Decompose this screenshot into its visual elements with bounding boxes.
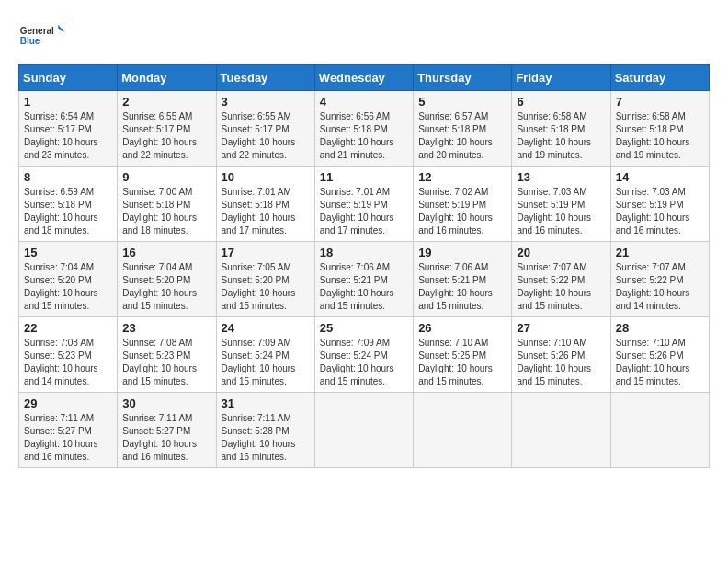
day-number: 30 — [122, 396, 210, 410]
day-info: Sunrise: 7:11 AMSunset: 5:28 PMDaylight:… — [222, 412, 310, 464]
day-cell: 25 Sunrise: 7:09 AMSunset: 5:24 PMDaylig… — [314, 317, 413, 393]
day-info: Sunrise: 6:57 AMSunset: 5:18 PMDaylight:… — [418, 110, 506, 162]
day-number: 16 — [122, 246, 210, 259]
day-info: Sunrise: 7:11 AMSunset: 5:27 PMDaylight:… — [24, 412, 112, 464]
day-info: Sunrise: 7:03 AMSunset: 5:19 PMDaylight:… — [616, 186, 704, 237]
day-cell: 9 Sunrise: 7:00 AMSunset: 5:18 PMDayligh… — [118, 167, 216, 242]
day-info: Sunrise: 7:04 AMSunset: 5:20 PMDaylight:… — [24, 261, 112, 313]
day-info: Sunrise: 6:58 AMSunset: 5:18 PMDaylight:… — [616, 110, 704, 162]
logo-svg: General Blue — [18, 18, 64, 55]
day-cell: 3 Sunrise: 6:55 AMSunset: 5:17 PMDayligh… — [216, 91, 314, 167]
day-info: Sunrise: 7:10 AMSunset: 5:26 PMDaylight:… — [517, 337, 605, 388]
day-cell: 6 Sunrise: 6:58 AMSunset: 5:18 PMDayligh… — [512, 91, 610, 167]
day-info: Sunrise: 7:05 AMSunset: 5:20 PMDaylight:… — [222, 261, 310, 313]
day-info: Sunrise: 7:10 AMSunset: 5:26 PMDaylight:… — [616, 337, 704, 388]
day-number: 5 — [418, 95, 506, 109]
calendar-table: SundayMondayTuesdayWednesdayThursdayFrid… — [18, 64, 710, 468]
day-cell: 7 Sunrise: 6:58 AMSunset: 5:18 PMDayligh… — [610, 91, 709, 167]
day-info: Sunrise: 7:03 AMSunset: 5:19 PMDaylight:… — [517, 186, 605, 237]
day-cell: 16 Sunrise: 7:04 AMSunset: 5:20 PMDaylig… — [118, 242, 216, 317]
svg-text:General: General — [20, 26, 54, 36]
day-number: 8 — [24, 170, 112, 184]
day-cell: 2 Sunrise: 6:55 AMSunset: 5:17 PMDayligh… — [118, 91, 216, 167]
day-info: Sunrise: 7:07 AMSunset: 5:22 PMDaylight:… — [616, 261, 704, 313]
day-info: Sunrise: 7:09 AMSunset: 5:24 PMDaylight:… — [222, 337, 310, 388]
day-number: 17 — [222, 246, 310, 259]
day-number: 18 — [320, 246, 408, 259]
day-cell: 10 Sunrise: 7:01 AMSunset: 5:18 PMDaylig… — [216, 167, 314, 242]
col-header-tuesday: Tuesday — [216, 65, 314, 91]
day-info: Sunrise: 7:08 AMSunset: 5:23 PMDaylight:… — [122, 337, 210, 388]
day-number: 4 — [320, 95, 408, 109]
day-cell: 1 Sunrise: 6:54 AMSunset: 5:17 PMDayligh… — [19, 91, 118, 167]
day-cell: 18 Sunrise: 7:06 AMSunset: 5:21 PMDaylig… — [314, 242, 413, 317]
day-cell — [414, 393, 512, 468]
day-info: Sunrise: 7:02 AMSunset: 5:19 PMDaylight:… — [418, 186, 506, 237]
day-number: 9 — [122, 170, 210, 184]
day-cell: 24 Sunrise: 7:09 AMSunset: 5:24 PMDaylig… — [216, 317, 314, 393]
day-number: 20 — [517, 246, 605, 259]
day-info: Sunrise: 7:11 AMSunset: 5:27 PMDaylight:… — [122, 412, 210, 464]
day-info: Sunrise: 7:07 AMSunset: 5:22 PMDaylight:… — [517, 261, 605, 313]
day-info: Sunrise: 6:58 AMSunset: 5:18 PMDaylight:… — [517, 110, 605, 162]
day-info: Sunrise: 7:10 AMSunset: 5:25 PMDaylight:… — [418, 337, 506, 388]
week-row-3: 15 Sunrise: 7:04 AMSunset: 5:20 PMDaylig… — [19, 242, 710, 317]
day-info: Sunrise: 7:06 AMSunset: 5:21 PMDaylight:… — [320, 261, 408, 313]
day-number: 23 — [122, 321, 210, 335]
day-info: Sunrise: 6:55 AMSunset: 5:17 PMDaylight:… — [122, 110, 210, 162]
week-row-4: 22 Sunrise: 7:08 AMSunset: 5:23 PMDaylig… — [19, 317, 710, 393]
day-info: Sunrise: 7:09 AMSunset: 5:24 PMDaylight:… — [320, 337, 408, 388]
col-header-sunday: Sunday — [19, 65, 118, 91]
day-cell — [314, 393, 413, 468]
day-number: 1 — [24, 95, 112, 109]
day-number: 10 — [222, 170, 310, 184]
day-cell: 13 Sunrise: 7:03 AMSunset: 5:19 PMDaylig… — [512, 167, 610, 242]
day-cell: 4 Sunrise: 6:56 AMSunset: 5:18 PMDayligh… — [314, 91, 413, 167]
week-row-2: 8 Sunrise: 6:59 AMSunset: 5:18 PMDayligh… — [19, 167, 710, 242]
week-row-1: 1 Sunrise: 6:54 AMSunset: 5:17 PMDayligh… — [19, 91, 710, 167]
day-cell: 31 Sunrise: 7:11 AMSunset: 5:28 PMDaylig… — [216, 393, 314, 468]
day-cell: 20 Sunrise: 7:07 AMSunset: 5:22 PMDaylig… — [512, 242, 610, 317]
week-row-5: 29 Sunrise: 7:11 AMSunset: 5:27 PMDaylig… — [19, 393, 710, 468]
header-row: SundayMondayTuesdayWednesdayThursdayFrid… — [19, 65, 710, 91]
day-cell: 15 Sunrise: 7:04 AMSunset: 5:20 PMDaylig… — [19, 242, 118, 317]
col-header-friday: Friday — [512, 65, 610, 91]
day-cell: 27 Sunrise: 7:10 AMSunset: 5:26 PMDaylig… — [512, 317, 610, 393]
day-number: 31 — [222, 396, 310, 410]
day-cell: 12 Sunrise: 7:02 AMSunset: 5:19 PMDaylig… — [414, 167, 512, 242]
logo: General Blue — [18, 18, 64, 55]
day-number: 26 — [418, 321, 506, 335]
svg-text:Blue: Blue — [20, 36, 40, 46]
day-number: 6 — [517, 95, 605, 109]
day-info: Sunrise: 6:54 AMSunset: 5:17 PMDaylight:… — [24, 110, 112, 162]
day-cell: 29 Sunrise: 7:11 AMSunset: 5:27 PMDaylig… — [19, 393, 118, 468]
day-cell: 19 Sunrise: 7:06 AMSunset: 5:21 PMDaylig… — [414, 242, 512, 317]
day-number: 14 — [616, 170, 704, 184]
day-number: 2 — [122, 95, 210, 109]
day-cell: 8 Sunrise: 6:59 AMSunset: 5:18 PMDayligh… — [19, 167, 118, 242]
day-number: 11 — [320, 170, 408, 184]
day-info: Sunrise: 7:00 AMSunset: 5:18 PMDaylight:… — [122, 186, 210, 237]
day-cell: 17 Sunrise: 7:05 AMSunset: 5:20 PMDaylig… — [216, 242, 314, 317]
day-info: Sunrise: 6:55 AMSunset: 5:17 PMDaylight:… — [222, 110, 310, 162]
day-info: Sunrise: 6:56 AMSunset: 5:18 PMDaylight:… — [320, 110, 408, 162]
day-cell: 26 Sunrise: 7:10 AMSunset: 5:25 PMDaylig… — [414, 317, 512, 393]
day-cell: 21 Sunrise: 7:07 AMSunset: 5:22 PMDaylig… — [610, 242, 709, 317]
col-header-wednesday: Wednesday — [314, 65, 413, 91]
day-number: 13 — [517, 170, 605, 184]
day-number: 29 — [24, 396, 112, 410]
day-cell — [610, 393, 709, 468]
day-number: 22 — [24, 321, 112, 335]
day-number: 7 — [616, 95, 704, 109]
day-number: 15 — [24, 246, 112, 259]
day-cell: 22 Sunrise: 7:08 AMSunset: 5:23 PMDaylig… — [19, 317, 118, 393]
day-info: Sunrise: 6:59 AMSunset: 5:18 PMDaylight:… — [24, 186, 112, 237]
day-number: 12 — [418, 170, 506, 184]
day-cell: 23 Sunrise: 7:08 AMSunset: 5:23 PMDaylig… — [118, 317, 216, 393]
day-info: Sunrise: 7:01 AMSunset: 5:18 PMDaylight:… — [222, 186, 310, 237]
day-info: Sunrise: 7:06 AMSunset: 5:21 PMDaylight:… — [418, 261, 506, 313]
day-cell: 11 Sunrise: 7:01 AMSunset: 5:19 PMDaylig… — [314, 167, 413, 242]
day-number: 3 — [222, 95, 310, 109]
col-header-monday: Monday — [118, 65, 216, 91]
day-cell — [512, 393, 610, 468]
